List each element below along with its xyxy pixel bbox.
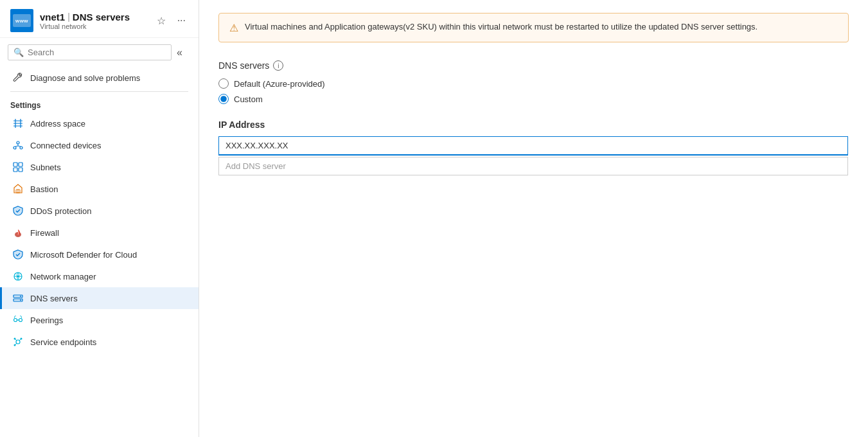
sidebar: www vnet1 | DNS servers Virtual network … xyxy=(0,0,199,437)
sidebar-item-service-endpoints[interactable]: Service endpoints xyxy=(0,331,199,353)
sidebar-item-label: Connected devices xyxy=(30,141,102,150)
svg-point-17 xyxy=(19,319,22,322)
sidebar-item-ddos[interactable]: DDoS protection xyxy=(0,200,199,222)
more-options-button[interactable]: ··· xyxy=(175,13,188,28)
resource-name: vnet1 xyxy=(40,12,65,22)
sidebar-item-label: Bastion xyxy=(30,184,58,194)
svg-point-15 xyxy=(20,299,21,301)
search-wrapper: 🔍 xyxy=(8,44,172,60)
defender-icon xyxy=(12,249,24,260)
dns-section: DNS servers i Default (Azure-provided) C… xyxy=(218,60,849,175)
sidebar-item-defender[interactable]: Microsoft Defender for Cloud xyxy=(0,244,199,265)
wrench-icon xyxy=(12,72,24,84)
svg-point-16 xyxy=(14,319,17,322)
sidebar-item-label: DDoS protection xyxy=(30,206,91,216)
firewall-icon xyxy=(12,227,24,238)
sidebar-item-peerings[interactable]: Peerings xyxy=(0,309,199,331)
sidebar-item-label: Subnets xyxy=(30,163,61,172)
svg-point-1 xyxy=(13,147,16,149)
svg-point-0 xyxy=(17,141,19,144)
devices-icon xyxy=(12,139,24,151)
sidebar-item-label: Peerings xyxy=(30,316,63,325)
settings-divider xyxy=(10,91,188,92)
sidebar-item-firewall[interactable]: Firewall xyxy=(0,222,199,244)
title-separator: | xyxy=(67,12,70,22)
sidebar-item-subnets[interactable]: Subnets xyxy=(0,156,199,178)
page-title: DNS servers xyxy=(73,12,130,22)
search-icon: 🔍 xyxy=(13,48,24,57)
sidebar-item-label: Microsoft Defender for Cloud xyxy=(30,250,137,260)
sidebar-item-dns-servers[interactable]: DNS servers xyxy=(0,287,199,309)
sidebar-item-label: Firewall xyxy=(30,228,59,238)
ip-address-section: IP Address xyxy=(218,120,849,175)
radio-custom[interactable]: Custom xyxy=(218,94,849,104)
endpoints-icon xyxy=(12,336,24,348)
sidebar-item-label: Network manager xyxy=(30,272,96,281)
ddos-icon xyxy=(12,205,24,217)
dns-icon xyxy=(12,292,24,304)
search-input[interactable] xyxy=(28,48,166,57)
collapse-button[interactable]: « xyxy=(174,46,185,60)
warning-icon: ⚠ xyxy=(229,22,238,34)
svg-rect-6 xyxy=(19,168,22,172)
sidebar-item-label: DNS servers xyxy=(30,294,78,303)
svg-point-2 xyxy=(20,147,22,149)
ip-section-title: IP Address xyxy=(218,120,849,130)
radio-default[interactable]: Default (Azure-provided) xyxy=(218,78,849,89)
sidebar-item-bastion[interactable]: Bastion xyxy=(0,178,199,200)
settings-section-label: Settings xyxy=(0,94,199,112)
svg-rect-3 xyxy=(13,163,17,166)
dns-servers-heading: DNS servers xyxy=(218,60,269,71)
favorite-button[interactable]: ☆ xyxy=(154,13,168,28)
subnets-icon xyxy=(12,161,24,173)
network-icon xyxy=(12,271,24,282)
sidebar-item-label: Diagnose and solve problems xyxy=(30,73,140,83)
sidebar-item-connected-devices[interactable]: Connected devices xyxy=(0,134,199,156)
svg-point-11 xyxy=(17,276,19,278)
bastion-icon xyxy=(12,183,24,195)
address-icon xyxy=(12,118,24,129)
sidebar-item-label: Address space xyxy=(30,119,85,129)
main-content: ⚠ Virtual machines and Application gatew… xyxy=(199,0,868,437)
dns-info-icon[interactable]: i xyxy=(273,60,283,71)
add-dns-input[interactable] xyxy=(218,157,848,175)
svg-rect-4 xyxy=(19,163,22,166)
radio-default-input[interactable] xyxy=(218,78,229,89)
dns-radio-group: Default (Azure-provided) Custom xyxy=(218,78,849,104)
peerings-icon xyxy=(12,314,24,326)
sidebar-item-network-manager[interactable]: Network manager xyxy=(0,265,199,287)
radio-custom-label: Custom xyxy=(234,94,263,104)
warning-text: Virtual machines and Application gateway… xyxy=(245,21,757,33)
svg-point-14 xyxy=(20,296,21,297)
sidebar-header: www vnet1 | DNS servers Virtual network … xyxy=(0,0,199,38)
sidebar-item-diagnose[interactable]: Diagnose and solve problems xyxy=(0,67,199,89)
radio-default-label: Default (Azure-provided) xyxy=(234,79,325,89)
search-container: 🔍 « xyxy=(0,38,199,67)
ip-address-input[interactable] xyxy=(218,136,848,156)
resource-type: Virtual network xyxy=(40,22,130,30)
warning-banner: ⚠ Virtual machines and Application gatew… xyxy=(218,13,849,42)
sidebar-item-address-space[interactable]: Address space xyxy=(0,112,199,134)
radio-custom-input[interactable] xyxy=(218,94,229,104)
vnet-logo: www xyxy=(10,9,33,32)
sidebar-item-label: Service endpoints xyxy=(30,337,96,347)
svg-rect-5 xyxy=(13,168,17,172)
